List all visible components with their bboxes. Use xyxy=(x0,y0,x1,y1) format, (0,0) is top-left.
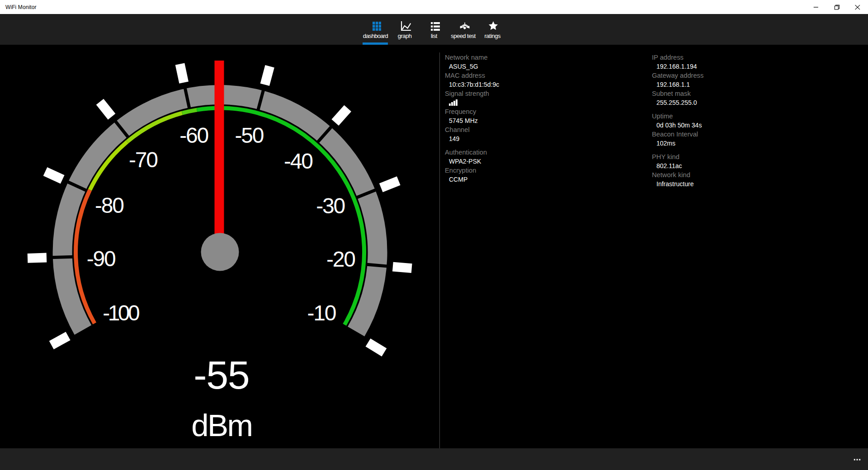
svg-text:-40: -40 xyxy=(284,149,312,173)
svg-text:-70: -70 xyxy=(129,148,157,172)
svg-text:-80: -80 xyxy=(95,193,123,217)
svg-text:-60: -60 xyxy=(179,123,208,147)
svg-text:-55: -55 xyxy=(193,352,249,397)
svg-text:-100: -100 xyxy=(103,301,139,325)
svg-text:-10: -10 xyxy=(307,301,336,325)
svg-text:-90: -90 xyxy=(87,247,115,271)
svg-text:-20: -20 xyxy=(326,247,355,271)
svg-text:dBm: dBm xyxy=(191,408,252,443)
svg-text:-50: -50 xyxy=(235,123,263,147)
svg-text:-30: -30 xyxy=(316,194,344,218)
